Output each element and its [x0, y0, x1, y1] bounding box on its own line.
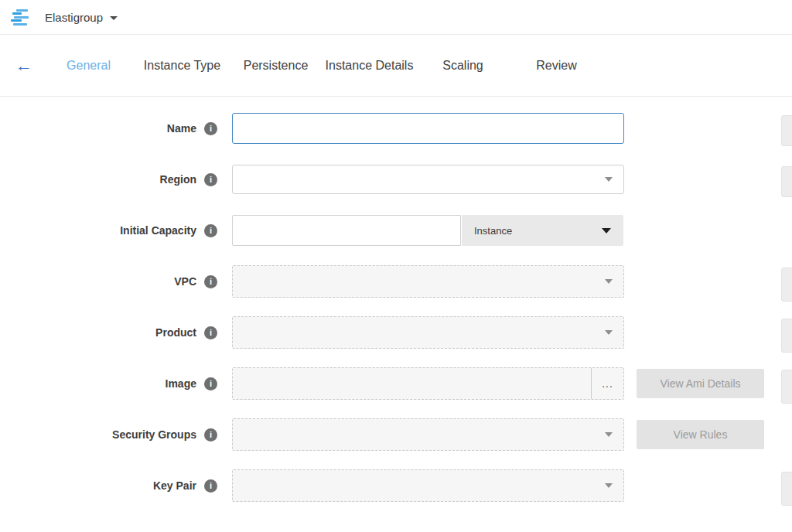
wizard-tabs: General Instance Type Persistence Instan… [42, 59, 603, 73]
security-groups-select[interactable] [232, 418, 624, 451]
caret-down-icon [605, 177, 613, 182]
caret-down-icon [605, 432, 613, 437]
chevron-down-icon [110, 16, 118, 20]
vpc-select[interactable] [232, 265, 624, 298]
key-pair-label: Key Pair [153, 479, 196, 492]
form-row-security-groups: Security Groups i View Rules [0, 418, 792, 451]
edge-cropped-element [781, 370, 792, 404]
caret-down-icon [605, 279, 613, 284]
form-row-vpc: VPC i [0, 265, 792, 298]
name-input[interactable] [232, 113, 624, 144]
form-row-initial-capacity: Initial Capacity i Instance [0, 214, 792, 247]
info-icon[interactable]: i [204, 326, 217, 339]
product-label: Product [155, 326, 196, 339]
general-form: Name i Region i Initial Capacity i Insta… [0, 97, 792, 502]
image-field[interactable]: ... [232, 367, 624, 400]
edge-cropped-element [781, 166, 792, 197]
back-arrow-icon[interactable]: ← [15, 57, 36, 74]
view-rules-button[interactable]: View Rules [637, 420, 764, 449]
image-browse-button[interactable]: ... [592, 368, 623, 399]
region-label: Region [160, 173, 196, 186]
form-row-image: Image i ... View Ami Details [0, 367, 792, 400]
security-groups-label: Security Groups [112, 428, 196, 441]
tab-instance-details[interactable]: Instance Details [323, 59, 416, 73]
initial-capacity-input[interactable] [232, 215, 461, 246]
info-icon[interactable]: i [204, 377, 217, 390]
info-icon[interactable]: i [204, 275, 217, 288]
tab-persistence[interactable]: Persistence [229, 59, 323, 73]
image-value [233, 368, 591, 399]
caret-down-icon [605, 483, 613, 488]
region-select[interactable] [232, 165, 624, 194]
info-icon[interactable]: i [204, 224, 217, 237]
tab-review[interactable]: Review [510, 59, 603, 73]
info-icon[interactable]: i [204, 122, 217, 135]
info-icon[interactable]: i [204, 173, 217, 186]
product-select[interactable] [232, 316, 624, 349]
info-icon[interactable]: i [204, 428, 217, 442]
capacity-unit-value: Instance [474, 225, 602, 237]
tab-general[interactable]: General [42, 59, 135, 73]
elastigroup-logo-icon [11, 9, 31, 26]
form-row-key-pair: Key Pair i [0, 469, 792, 502]
key-pair-select[interactable] [232, 469, 624, 502]
edge-cropped-element [781, 472, 792, 506]
vpc-label: VPC [174, 275, 196, 288]
form-row-name: Name i [0, 112, 792, 145]
view-ami-details-button[interactable]: View Ami Details [637, 369, 764, 398]
image-label: Image [166, 377, 196, 390]
edge-cropped-element [781, 319, 792, 353]
caret-down-icon [602, 228, 611, 234]
tab-scaling[interactable]: Scaling [416, 59, 510, 73]
top-bar: Elastigroup [0, 0, 792, 35]
info-icon[interactable]: i [204, 479, 217, 493]
wizard-nav: ← General Instance Type Persistence Inst… [0, 35, 792, 97]
form-row-region: Region i [0, 163, 792, 196]
app-name: Elastigroup [45, 11, 103, 24]
form-row-product: Product i [0, 316, 792, 349]
name-label: Name [167, 122, 196, 135]
edge-cropped-element [781, 115, 792, 146]
caret-down-icon [605, 330, 613, 335]
tab-instance-type[interactable]: Instance Type [135, 59, 229, 73]
initial-capacity-label: Initial Capacity [120, 224, 196, 237]
capacity-unit-select[interactable]: Instance [462, 215, 623, 246]
app-switcher[interactable]: Elastigroup [45, 11, 118, 24]
edge-cropped-element [781, 268, 792, 302]
